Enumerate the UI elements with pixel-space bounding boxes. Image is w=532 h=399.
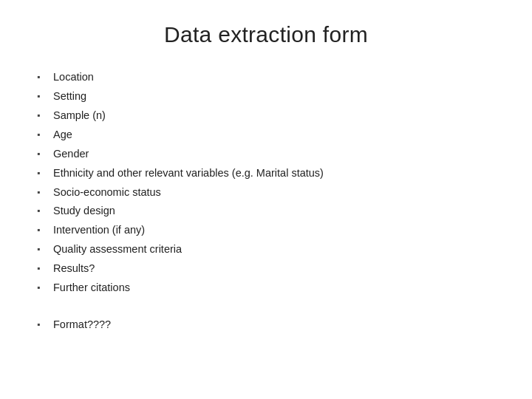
bullet-icon: ▪: [37, 202, 53, 219]
list-item: ▪Quality assessment criteria: [37, 240, 495, 259]
list-item: ▪Setting: [37, 87, 495, 106]
bullet-text: Further citations: [53, 279, 495, 297]
bullet-icon: ▪: [37, 126, 53, 143]
bullet-text: Sample (n): [53, 107, 495, 125]
format-bullet-list: ▪Format????: [37, 316, 495, 335]
bullet-text: Location: [53, 69, 495, 86]
bullet-icon: ▪: [37, 222, 53, 238]
bullet-icon: ▪: [37, 241, 53, 257]
bullet-icon: ▪: [37, 279, 53, 296]
bullet-icon: ▪: [37, 316, 53, 332]
list-item: ▪Age: [37, 126, 495, 145]
list-item: ▪Results?: [37, 259, 495, 279]
bullet-text: Ethnicity and other relevant variables (…: [53, 165, 495, 183]
bullet-text: Gender: [53, 146, 495, 163]
bullet-text: Intervention (if any): [53, 222, 495, 239]
page: Data extraction form ▪Location▪Setting▪S…: [0, 0, 532, 399]
bullet-text: Quality assessment criteria: [53, 241, 495, 259]
bullet-text: Results?: [53, 260, 495, 278]
bullet-icon: ▪: [37, 184, 53, 200]
format-text: Format????: [53, 316, 495, 334]
list-item: ▪Socio-economic status: [37, 183, 495, 202]
list-item: ▪Ethnicity and other relevant variables …: [37, 164, 495, 183]
bullet-text: Setting: [53, 88, 495, 106]
bullet-icon: ▪: [37, 165, 53, 181]
bullet-icon: ▪: [37, 260, 53, 276]
list-item: ▪Study design: [37, 202, 495, 221]
bullet-icon: ▪: [37, 107, 53, 123]
list-item: ▪Format????: [37, 316, 495, 335]
content-area: ▪Location▪Setting▪Sample (n)▪Age▪Gender▪…: [37, 68, 495, 348]
list-item: ▪Location: [37, 68, 495, 87]
bullet-icon: ▪: [37, 146, 53, 162]
main-bullet-list: ▪Location▪Setting▪Sample (n)▪Age▪Gender▪…: [37, 68, 495, 298]
page-title: Data extraction form: [37, 22, 495, 47]
bullet-text: Age: [53, 126, 495, 144]
list-item: ▪Intervention (if any): [37, 221, 495, 240]
bullet-icon: ▪: [37, 88, 53, 104]
list-item: ▪Further citations: [37, 279, 495, 298]
bullet-text: Study design: [53, 202, 495, 220]
bullet-icon: ▪: [37, 69, 53, 85]
list-item: ▪Sample (n): [37, 106, 495, 126]
list-item: ▪Gender: [37, 145, 495, 164]
bullet-text: Socio-economic status: [53, 184, 495, 202]
